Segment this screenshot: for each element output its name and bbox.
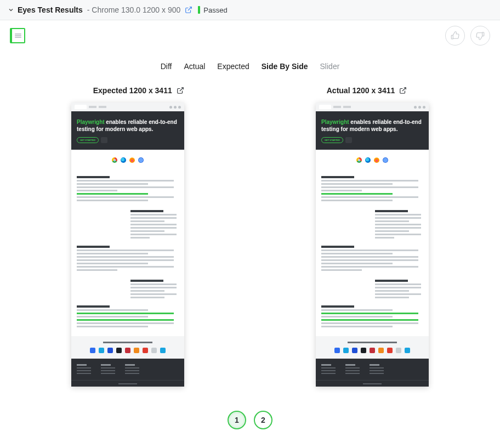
hero-accent: Playwright [321,119,349,125]
tab-side-by-side[interactable]: Side By Side [262,62,308,71]
status-indicator-icon [198,6,200,14]
actual-open-icon[interactable] [399,87,407,94]
tab-actual[interactable]: Actual [184,62,205,71]
screenshot-captions-row: Expected 1200 x 3411 Actual 1200 x 3411 [0,86,500,103]
step-pagination: 1 2 [0,398,500,446]
svg-line-1 [180,88,183,91]
page-button-2[interactable]: 2 [254,411,272,429]
expected-screenshot[interactable]: Playwright enables reliable end-to-end t… [71,103,184,387]
test-title: Eyes Test Results [18,5,83,14]
page-button-1[interactable]: 1 [228,411,246,429]
toolbar-row [0,20,500,46]
get-started-pill: GET STARTED [77,137,99,143]
thumbs-up-button[interactable] [445,26,465,46]
svg-line-0 [188,7,191,10]
hero-accent: Playwright [77,119,105,125]
thumbs-down-button[interactable] [470,26,490,46]
tab-slider[interactable]: Slider [320,62,340,71]
step-thumbnail-button[interactable] [10,28,25,43]
get-started-pill: GET STARTED [321,137,343,143]
actual-screenshot[interactable]: Playwright enables reliable end-to-end t… [316,103,429,387]
open-external-icon[interactable] [185,6,192,14]
actual-caption-text: Actual 1200 x 3411 [327,86,395,95]
svg-line-2 [402,88,406,91]
expected-caption: Expected 1200 x 3411 [93,86,184,95]
status-label: Passed [203,6,227,14]
actual-caption: Actual 1200 x 3411 [327,86,407,95]
tab-diff[interactable]: Diff [161,62,172,71]
side-by-side-container: Playwright enables reliable end-to-end t… [0,103,500,398]
collapse-toggle-icon[interactable] [8,7,14,13]
feedback-buttons [445,26,490,46]
test-subtitle: - Chrome 130.0 1200 x 900 [87,5,180,14]
status-chip: Passed [198,6,227,14]
tab-expected[interactable]: Expected [217,62,249,71]
expected-caption-text: Expected 1200 x 3411 [93,86,172,95]
expected-open-icon[interactable] [177,87,184,94]
test-result-header: Eyes Test Results - Chrome 130.0 1200 x … [0,0,500,20]
view-mode-tabs: Diff Actual Expected Side By Side Slider [0,46,500,86]
